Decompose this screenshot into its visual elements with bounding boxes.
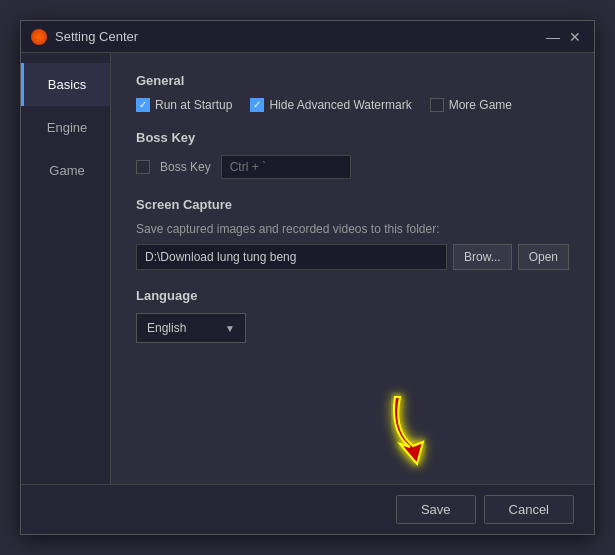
- dropdown-arrow-icon: ▼: [225, 323, 235, 334]
- close-button[interactable]: ✕: [566, 28, 584, 46]
- capture-folder-input[interactable]: [136, 244, 447, 270]
- dialog-footer: Save Cancel: [21, 484, 594, 534]
- sidebar-item-engine[interactable]: Engine: [21, 106, 110, 149]
- app-icon: [31, 29, 47, 45]
- title-bar: Setting Center — ✕: [21, 21, 594, 53]
- cancel-button[interactable]: Cancel: [484, 495, 574, 524]
- capture-folder-row: Brow... Open: [136, 244, 569, 270]
- settings-dialog: Setting Center — ✕ Basics Engine Game Ge…: [20, 20, 595, 535]
- hide-watermark-box[interactable]: [250, 98, 264, 112]
- save-button[interactable]: Save: [396, 495, 476, 524]
- run-at-startup-label: Run at Startup: [155, 98, 232, 112]
- open-button[interactable]: Open: [518, 244, 569, 270]
- language-value: English: [147, 321, 217, 335]
- browse-button[interactable]: Brow...: [453, 244, 512, 270]
- window-controls: — ✕: [544, 28, 584, 46]
- general-section-label: General: [136, 73, 569, 88]
- more-game-box[interactable]: [430, 98, 444, 112]
- hide-watermark-label: Hide Advanced Watermark: [269, 98, 411, 112]
- sidebar-item-basics[interactable]: Basics: [21, 63, 110, 106]
- capture-description: Save captured images and recorded videos…: [136, 222, 569, 236]
- boss-key-section-label: Boss Key: [136, 130, 569, 145]
- general-checkboxes: Run at Startup Hide Advanced Watermark M…: [136, 98, 569, 112]
- sidebar: Basics Engine Game: [21, 53, 111, 484]
- screen-capture-section-label: Screen Capture: [136, 197, 569, 212]
- dialog-title: Setting Center: [55, 29, 544, 44]
- boss-key-row: Boss Key: [136, 155, 569, 179]
- more-game-checkbox[interactable]: More Game: [430, 98, 512, 112]
- language-dropdown[interactable]: English ▼: [136, 313, 246, 343]
- more-game-label: More Game: [449, 98, 512, 112]
- language-section-label: Language: [136, 288, 569, 303]
- sidebar-item-game[interactable]: Game: [21, 149, 110, 192]
- main-content: General Run at Startup Hide Advanced Wat…: [111, 53, 594, 484]
- dialog-body: Basics Engine Game General Run at Startu…: [21, 53, 594, 484]
- hide-watermark-checkbox[interactable]: Hide Advanced Watermark: [250, 98, 411, 112]
- boss-key-label: Boss Key: [160, 160, 211, 174]
- minimize-button[interactable]: —: [544, 28, 562, 46]
- run-at-startup-checkbox[interactable]: Run at Startup: [136, 98, 232, 112]
- boss-key-input[interactable]: [221, 155, 351, 179]
- run-at-startup-box[interactable]: [136, 98, 150, 112]
- boss-key-toggle[interactable]: [136, 160, 150, 174]
